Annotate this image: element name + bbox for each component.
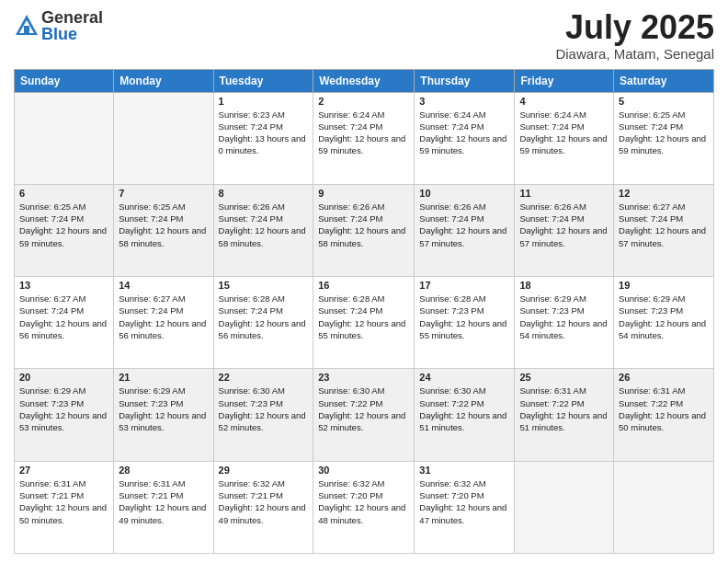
day-info: Sunrise: 6:32 AM Sunset: 7:21 PM Dayligh… — [219, 477, 309, 526]
day-number: 9 — [318, 188, 409, 199]
day-info: Sunrise: 6:24 AM Sunset: 7:24 PM Dayligh… — [318, 109, 409, 157]
calendar-cell: 2Sunrise: 6:24 AM Sunset: 7:24 PM Daylig… — [313, 92, 415, 184]
day-number: 24 — [419, 372, 509, 383]
day-info: Sunrise: 6:28 AM Sunset: 7:24 PM Dayligh… — [318, 293, 409, 341]
day-info: Sunrise: 6:24 AM Sunset: 7:24 PM Dayligh… — [419, 109, 509, 157]
day-info: Sunrise: 6:32 AM Sunset: 7:20 PM Dayligh… — [318, 477, 409, 526]
calendar-cell: 11Sunrise: 6:26 AM Sunset: 7:24 PM Dayli… — [515, 184, 614, 276]
calendar-cell: 6Sunrise: 6:25 AM Sunset: 7:24 PM Daylig… — [15, 184, 114, 276]
day-number: 20 — [19, 372, 108, 383]
calendar-cell: 24Sunrise: 6:30 AM Sunset: 7:22 PM Dayli… — [415, 369, 515, 461]
svg-rect-2 — [24, 26, 29, 33]
calendar-cell — [515, 461, 614, 553]
day-info: Sunrise: 6:31 AM Sunset: 7:22 PM Dayligh… — [619, 385, 709, 433]
calendar-cell: 13Sunrise: 6:27 AM Sunset: 7:24 PM Dayli… — [15, 277, 114, 369]
calendar-header-row: Sunday Monday Tuesday Wednesday Thursday… — [15, 69, 714, 92]
header: General Blue July 2025 Diawara, Matam, S… — [14, 9, 714, 62]
calendar-cell: 22Sunrise: 6:30 AM Sunset: 7:23 PM Dayli… — [213, 369, 313, 461]
calendar-cell: 20Sunrise: 6:29 AM Sunset: 7:23 PM Dayli… — [15, 369, 114, 461]
day-number: 22 — [219, 372, 309, 383]
calendar-cell: 29Sunrise: 6:32 AM Sunset: 7:21 PM Dayli… — [213, 461, 313, 553]
day-number: 23 — [318, 372, 409, 383]
day-info: Sunrise: 6:27 AM Sunset: 7:24 PM Dayligh… — [119, 293, 208, 341]
day-info: Sunrise: 6:26 AM Sunset: 7:24 PM Dayligh… — [219, 201, 309, 249]
logo-text: General Blue — [41, 9, 103, 42]
day-number: 30 — [318, 465, 409, 476]
col-friday: Friday — [515, 69, 614, 92]
day-info: Sunrise: 6:26 AM Sunset: 7:24 PM Dayligh… — [318, 201, 409, 249]
calendar-cell: 8Sunrise: 6:26 AM Sunset: 7:24 PM Daylig… — [213, 184, 313, 276]
calendar-cell — [614, 461, 714, 553]
day-number: 14 — [119, 280, 208, 291]
day-info: Sunrise: 6:31 AM Sunset: 7:21 PM Dayligh… — [119, 477, 208, 526]
day-number: 6 — [19, 188, 108, 199]
day-number: 7 — [119, 188, 208, 199]
calendar-cell: 26Sunrise: 6:31 AM Sunset: 7:22 PM Dayli… — [614, 369, 714, 461]
day-number: 19 — [619, 280, 709, 291]
calendar-cell: 5Sunrise: 6:25 AM Sunset: 7:24 PM Daylig… — [614, 92, 714, 184]
day-number: 4 — [519, 96, 609, 107]
day-number: 3 — [419, 96, 509, 107]
day-number: 26 — [619, 372, 709, 383]
day-info: Sunrise: 6:29 AM Sunset: 7:23 PM Dayligh… — [19, 385, 108, 433]
day-number: 8 — [219, 188, 309, 199]
day-number: 21 — [119, 372, 208, 383]
logo-icon — [14, 13, 40, 39]
calendar-cell: 17Sunrise: 6:28 AM Sunset: 7:23 PM Dayli… — [415, 277, 515, 369]
day-number: 12 — [619, 188, 709, 199]
calendar-week-row: 6Sunrise: 6:25 AM Sunset: 7:24 PM Daylig… — [15, 184, 714, 276]
day-number: 28 — [119, 465, 208, 476]
day-number: 29 — [219, 465, 309, 476]
day-info: Sunrise: 6:30 AM Sunset: 7:23 PM Dayligh… — [219, 385, 309, 433]
day-number: 17 — [419, 280, 509, 291]
calendar-cell: 21Sunrise: 6:29 AM Sunset: 7:23 PM Dayli… — [114, 369, 213, 461]
col-saturday: Saturday — [614, 69, 714, 92]
calendar-location: Diawara, Matam, Senegal — [555, 46, 714, 62]
calendar-body: 1Sunrise: 6:23 AM Sunset: 7:24 PM Daylig… — [15, 92, 714, 553]
calendar-cell: 10Sunrise: 6:26 AM Sunset: 7:24 PM Dayli… — [415, 184, 515, 276]
day-info: Sunrise: 6:27 AM Sunset: 7:24 PM Dayligh… — [19, 293, 108, 341]
calendar-cell: 30Sunrise: 6:32 AM Sunset: 7:20 PM Dayli… — [313, 461, 415, 553]
day-info: Sunrise: 6:25 AM Sunset: 7:24 PM Dayligh… — [619, 109, 709, 157]
col-monday: Monday — [114, 69, 213, 92]
day-number: 18 — [519, 280, 609, 291]
calendar-week-row: 1Sunrise: 6:23 AM Sunset: 7:24 PM Daylig… — [15, 92, 714, 184]
logo: General Blue — [14, 9, 103, 42]
day-number: 27 — [19, 465, 108, 476]
calendar-cell: 31Sunrise: 6:32 AM Sunset: 7:20 PM Dayli… — [415, 461, 515, 553]
calendar-table: Sunday Monday Tuesday Wednesday Thursday… — [14, 69, 714, 554]
col-sunday: Sunday — [15, 69, 114, 92]
day-info: Sunrise: 6:25 AM Sunset: 7:24 PM Dayligh… — [119, 201, 208, 249]
day-number: 16 — [318, 280, 409, 291]
day-info: Sunrise: 6:32 AM Sunset: 7:20 PM Dayligh… — [419, 477, 509, 526]
calendar-cell: 15Sunrise: 6:28 AM Sunset: 7:24 PM Dayli… — [213, 277, 313, 369]
day-info: Sunrise: 6:29 AM Sunset: 7:23 PM Dayligh… — [619, 293, 709, 341]
day-number: 2 — [318, 96, 409, 107]
calendar-cell — [114, 92, 213, 184]
calendar-cell: 3Sunrise: 6:24 AM Sunset: 7:24 PM Daylig… — [415, 92, 515, 184]
day-info: Sunrise: 6:27 AM Sunset: 7:24 PM Dayligh… — [619, 201, 709, 249]
day-info: Sunrise: 6:28 AM Sunset: 7:24 PM Dayligh… — [219, 293, 309, 341]
day-info: Sunrise: 6:25 AM Sunset: 7:24 PM Dayligh… — [19, 201, 108, 249]
calendar-cell: 12Sunrise: 6:27 AM Sunset: 7:24 PM Dayli… — [614, 184, 714, 276]
day-info: Sunrise: 6:24 AM Sunset: 7:24 PM Dayligh… — [519, 109, 609, 157]
day-number: 31 — [419, 465, 509, 476]
calendar-cell: 14Sunrise: 6:27 AM Sunset: 7:24 PM Dayli… — [114, 277, 213, 369]
day-info: Sunrise: 6:31 AM Sunset: 7:21 PM Dayligh… — [19, 477, 108, 526]
col-tuesday: Tuesday — [213, 69, 313, 92]
day-number: 10 — [419, 188, 509, 199]
calendar-cell: 9Sunrise: 6:26 AM Sunset: 7:24 PM Daylig… — [313, 184, 415, 276]
calendar-week-row: 13Sunrise: 6:27 AM Sunset: 7:24 PM Dayli… — [15, 277, 714, 369]
day-info: Sunrise: 6:30 AM Sunset: 7:22 PM Dayligh… — [318, 385, 409, 433]
day-number: 1 — [219, 96, 309, 107]
day-info: Sunrise: 6:29 AM Sunset: 7:23 PM Dayligh… — [119, 385, 208, 433]
calendar-cell: 25Sunrise: 6:31 AM Sunset: 7:22 PM Dayli… — [515, 369, 614, 461]
calendar-cell: 28Sunrise: 6:31 AM Sunset: 7:21 PM Dayli… — [114, 461, 213, 553]
day-info: Sunrise: 6:30 AM Sunset: 7:22 PM Dayligh… — [419, 385, 509, 433]
calendar-cell: 1Sunrise: 6:23 AM Sunset: 7:24 PM Daylig… — [213, 92, 313, 184]
calendar-week-row: 27Sunrise: 6:31 AM Sunset: 7:21 PM Dayli… — [15, 461, 714, 553]
col-thursday: Thursday — [415, 69, 515, 92]
calendar-title: July 2025 — [555, 9, 714, 46]
day-info: Sunrise: 6:26 AM Sunset: 7:24 PM Dayligh… — [519, 201, 609, 249]
calendar-cell: 4Sunrise: 6:24 AM Sunset: 7:24 PM Daylig… — [515, 92, 614, 184]
